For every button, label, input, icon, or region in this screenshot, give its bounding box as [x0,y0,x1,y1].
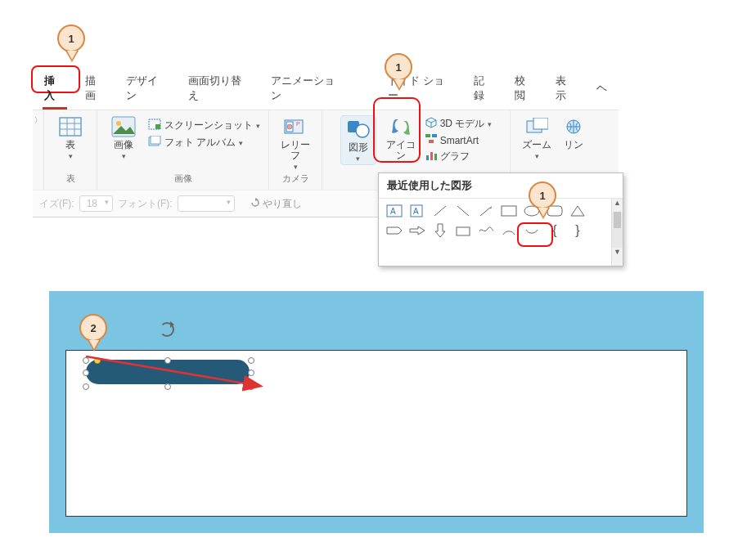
callout-1a: 1 [57,25,85,52]
link-button[interactable]: リン [561,115,586,150]
tab-insert[interactable]: 挿入 [36,69,74,110]
shapes-icon [346,118,371,141]
svg-point-16 [356,124,369,137]
shape-vtextbox-icon[interactable]: A [408,204,426,218]
svg-text:A: A [390,207,396,216]
tab-review[interactable]: 校閲 [506,69,544,110]
bar-chart-icon [425,150,437,163]
redo-button[interactable]: やり直し [250,197,302,211]
link-icon [561,115,586,138]
shape-darrow-icon[interactable] [431,223,449,238]
shape-arrowline-icon[interactable] [477,204,495,218]
tab-animation[interactable]: アニメーション [263,69,353,110]
tab-draw[interactable]: 描画 [77,69,115,110]
shape-arc-icon[interactable] [500,223,518,238]
size-label: イズ(F): [39,197,74,211]
shape-rarrow-icon[interactable] [408,223,426,238]
screenshot-button[interactable]: スクリーンショット ▾ [148,119,260,132]
shape-line-icon[interactable] [431,204,449,218]
callout-1b: 1 [385,53,412,81]
slide-canvas-area [49,291,704,533]
group-camera: P レリーフ ▾ カメラ [269,110,322,190]
svg-rect-8 [155,124,160,129]
images-button[interactable]: 画像 ▾ [106,115,142,160]
svg-rect-33 [502,206,516,216]
tab-transition[interactable]: 画面切り替え [180,69,260,110]
tab-help-truncated[interactable]: ヘ [588,76,615,102]
cube-icon [425,117,437,131]
relief-icon: P [283,115,308,138]
svg-rect-36 [457,227,470,235]
shape-rbrace-icon[interactable]: } [569,223,587,238]
svg-rect-19 [429,140,434,143]
group-label-table: 表 [66,171,75,188]
smartart-button[interactable]: SmartArt [425,134,493,146]
svg-point-13 [287,124,292,129]
smartart-icon [425,134,437,146]
shape-ribbon-icon[interactable] [385,223,403,238]
zoom-button[interactable]: ズーム ▾ [519,115,555,160]
shape-textbox-icon[interactable]: A [385,204,403,218]
svg-line-31 [457,206,469,216]
table-icon [58,115,83,138]
group-images: 画像 ▾ スクリーンショット ▾ フォト アルバム ▾ [97,110,269,190]
picture-icon [111,115,136,138]
svg-rect-20 [426,155,429,160]
shapes-recent-grid: A A { } . [379,199,611,266]
slide[interactable] [65,350,687,517]
svg-line-30 [434,206,446,216]
svg-text:A: A [413,207,419,216]
shape-arc2-icon[interactable] [523,223,541,238]
svg-rect-21 [430,152,433,160]
svg-rect-0 [60,118,81,136]
callout-2: 2 [79,314,107,342]
3d-model-button[interactable]: 3D モデル ▾ [425,117,493,131]
shape-scribble-icon[interactable] [477,223,495,238]
graph-button[interactable]: グラフ [425,150,493,164]
shape-rect2-icon[interactable] [454,223,472,238]
shape-line2-icon[interactable] [454,204,472,218]
redo-icon [250,198,261,210]
screenshot-icon [148,119,161,132]
shapes-dropdown-title: 最近使用した図形 [379,173,623,199]
group-label-images: 画像 [174,171,192,188]
drag-arrow-icon [83,353,271,392]
shape-rect-icon[interactable] [500,204,518,218]
svg-rect-24 [533,118,548,129]
shapes-dropdown-scrollbar[interactable]: ▲ ▼ [611,199,623,266]
shapes-button[interactable]: 図形 ▾ [340,115,376,165]
icons-button[interactable]: アイコン [383,115,419,161]
rotate-handle[interactable] [160,322,174,337]
svg-rect-22 [434,154,437,160]
shape-lbrace-icon[interactable]: { [546,223,564,238]
shapes-dropdown: 最近使用した図形 A A { } [378,172,623,267]
shape-triangle-icon[interactable] [569,204,587,218]
tab-design[interactable]: デザイン [118,69,177,110]
font-label: フォント(F): [118,197,173,211]
svg-line-32 [480,208,490,216]
callout-1c: 1 [529,181,556,209]
group-label-camera: カメラ [282,171,309,188]
album-icon [148,136,161,150]
relief-button[interactable]: P レリーフ ▾ [277,115,313,171]
svg-point-6 [116,121,121,126]
svg-line-37 [86,356,259,386]
tab-record[interactable]: 記録 [466,69,503,110]
tab-view[interactable]: 表示 [547,69,585,110]
photo-album-button[interactable]: フォト アルバム ▾ [148,136,260,150]
font-combo[interactable] [178,195,235,212]
size-combo[interactable]: 18 [79,195,113,212]
svg-rect-10 [151,136,160,144]
zoom-icon [524,115,549,138]
icons-icon [389,115,413,138]
svg-text:P: P [296,121,300,127]
table-button[interactable]: 表 ▾ [52,115,88,160]
svg-rect-17 [425,134,430,137]
group-table: 表 ▾ 表 [44,110,97,190]
svg-rect-18 [432,134,437,137]
ribbon-tabs: 挿入 描画 デザイン 画面切り替え アニメーション ドイド ショー 記録 校閲 … [33,64,619,110]
